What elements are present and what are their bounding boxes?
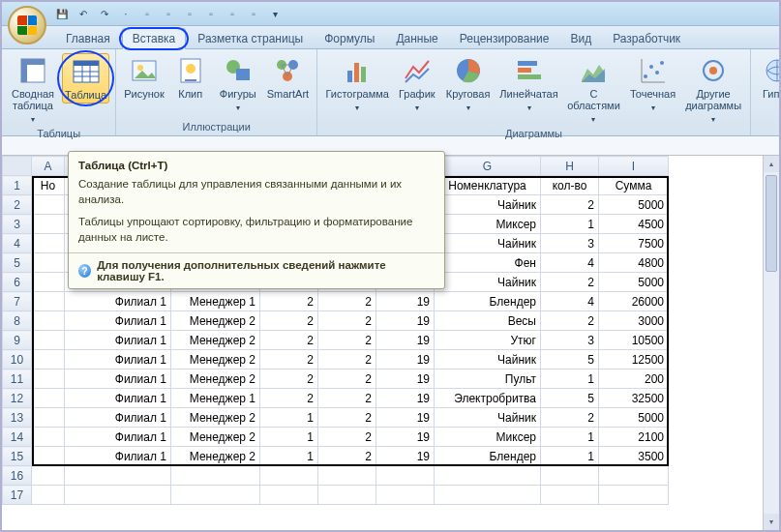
tab-developer[interactable]: Разработчик xyxy=(603,29,690,48)
cell[interactable] xyxy=(32,215,65,234)
cell[interactable]: 7500 xyxy=(599,234,669,253)
cell[interactable]: 3000 xyxy=(599,311,669,331)
tab-review[interactable]: Рецензирование xyxy=(450,29,559,48)
row-header[interactable]: 12 xyxy=(3,389,32,408)
row-header[interactable]: 7 xyxy=(3,292,32,311)
cell[interactable]: 5000 xyxy=(599,273,669,292)
cell[interactable]: 2 xyxy=(318,350,376,369)
cell[interactable]: Миксер xyxy=(435,428,541,447)
cell[interactable]: 2 xyxy=(318,408,376,428)
cell[interactable]: 4 xyxy=(541,253,599,273)
cell[interactable]: 4800 xyxy=(599,253,669,273)
ribbon-bar-button[interactable]: Линейчатая xyxy=(497,53,560,115)
scroll-down-icon[interactable]: ▾ xyxy=(764,514,779,530)
cell[interactable]: 12500 xyxy=(599,350,669,369)
row-header[interactable]: 13 xyxy=(3,408,32,428)
ribbon-column-button[interactable]: Гистограмма xyxy=(323,53,391,115)
ribbon-smartart-button[interactable]: SmartArt xyxy=(265,53,311,102)
cell[interactable] xyxy=(32,486,65,505)
cell[interactable]: Блендер xyxy=(435,292,541,311)
cell[interactable]: Чайник xyxy=(435,195,541,215)
cell[interactable]: Номенклатура xyxy=(435,176,541,195)
cell[interactable]: Пульт xyxy=(435,369,541,389)
cell[interactable]: кол-во xyxy=(541,176,599,195)
cell[interactable]: 26000 xyxy=(599,292,669,311)
cell[interactable]: Фен xyxy=(435,253,541,273)
cell[interactable]: 5000 xyxy=(599,408,669,428)
tab-data[interactable]: Данные xyxy=(386,29,447,48)
cell[interactable]: 1 xyxy=(541,215,599,234)
cell[interactable] xyxy=(171,466,260,486)
cell[interactable]: Миксер xyxy=(435,215,541,234)
cell[interactable]: 19 xyxy=(376,331,435,350)
table-row[interactable]: 13Филиал 1Менеджер 21219Чайник25000 xyxy=(3,408,669,428)
cell[interactable]: 1 xyxy=(541,447,599,466)
cell[interactable]: Филиал 1 xyxy=(65,428,171,447)
cell[interactable]: Филиал 1 xyxy=(65,408,171,428)
qat-item[interactable]: ▫ xyxy=(139,6,155,21)
cell[interactable] xyxy=(32,408,65,428)
cell[interactable]: 5 xyxy=(541,350,599,369)
table-row[interactable]: 15Филиал 1Менеджер 21219Блендер13500 xyxy=(3,447,669,466)
cell[interactable] xyxy=(435,466,541,486)
cell[interactable]: 19 xyxy=(376,408,435,428)
col-header-I[interactable]: I xyxy=(599,157,669,176)
cell[interactable]: 3 xyxy=(541,331,599,350)
cell[interactable]: Менеджер 2 xyxy=(171,311,260,331)
col-header-A[interactable]: A xyxy=(32,157,65,176)
cell[interactable]: 2 xyxy=(541,408,599,428)
cell[interactable] xyxy=(599,466,669,486)
cell[interactable] xyxy=(65,486,171,505)
row-header[interactable]: 14 xyxy=(3,428,32,447)
cell[interactable]: 2 xyxy=(260,311,318,331)
qat-item[interactable]: ▫ xyxy=(182,6,197,21)
cell[interactable]: Менеджер 2 xyxy=(171,350,260,369)
redo-icon[interactable]: ↷ xyxy=(97,6,112,21)
cell[interactable]: 2 xyxy=(260,331,318,350)
cell[interactable]: 5000 xyxy=(599,195,669,215)
cell[interactable] xyxy=(32,292,65,311)
cell[interactable]: Чайник xyxy=(435,350,541,369)
cell[interactable] xyxy=(32,447,65,466)
cell[interactable]: Чайник xyxy=(435,234,541,253)
table-row[interactable]: 9Филиал 1Менеджер 22219Утюг310500 xyxy=(3,331,669,350)
table-row[interactable]: 12Филиал 1Менеджер 12219Электробритва532… xyxy=(3,389,669,408)
row-header[interactable]: 11 xyxy=(3,369,32,389)
cell[interactable]: Блендер xyxy=(435,447,541,466)
cell[interactable]: Чайник xyxy=(435,408,541,428)
ribbon-line-button[interactable]: График xyxy=(395,53,438,115)
cell[interactable] xyxy=(32,466,65,486)
cell[interactable]: Менеджер 2 xyxy=(171,428,260,447)
cell[interactable]: 2 xyxy=(318,389,376,408)
col-header-H[interactable]: H xyxy=(541,157,599,176)
cell[interactable]: 2 xyxy=(541,195,599,215)
row-header[interactable]: 5 xyxy=(3,253,32,273)
cell[interactable]: 2 xyxy=(318,331,376,350)
table-row[interactable]: 14Филиал 1Менеджер 21219Миксер12100 xyxy=(3,428,669,447)
cell[interactable]: Менеджер 2 xyxy=(171,447,260,466)
cell[interactable]: 4500 xyxy=(599,215,669,234)
cell[interactable]: 3 xyxy=(541,234,599,253)
vertical-scrollbar[interactable]: ▴ ▾ xyxy=(763,156,779,530)
ribbon-picture-button[interactable]: Рисунок xyxy=(122,53,166,102)
cell[interactable]: Филиал 1 xyxy=(65,350,171,369)
cell[interactable]: Электробритва xyxy=(435,389,541,408)
cell[interactable]: 200 xyxy=(599,369,669,389)
ribbon-table-button[interactable]: Таблица xyxy=(62,53,109,103)
scrollbar-thumb[interactable] xyxy=(766,175,777,272)
cell[interactable] xyxy=(260,486,318,505)
ribbon-scatter-button[interactable]: Точечная xyxy=(627,53,679,115)
undo-icon[interactable]: ↶ xyxy=(75,6,91,21)
cell[interactable]: 2 xyxy=(260,292,318,311)
cell[interactable]: 2 xyxy=(260,369,318,389)
cell[interactable] xyxy=(541,486,599,505)
cell[interactable] xyxy=(32,195,65,215)
row-header[interactable]: 1 xyxy=(3,176,32,195)
tab-view[interactable]: Вид xyxy=(560,29,601,48)
cell[interactable]: 19 xyxy=(376,428,435,447)
ribbon-clip-button[interactable]: Клип xyxy=(170,53,211,102)
cell[interactable]: 3500 xyxy=(599,447,669,466)
scroll-up-icon[interactable]: ▴ xyxy=(764,156,779,172)
table-row[interactable]: 7Филиал 1Менеджер 12219Блендер426000 xyxy=(3,292,669,311)
cell[interactable]: Но xyxy=(32,176,65,195)
